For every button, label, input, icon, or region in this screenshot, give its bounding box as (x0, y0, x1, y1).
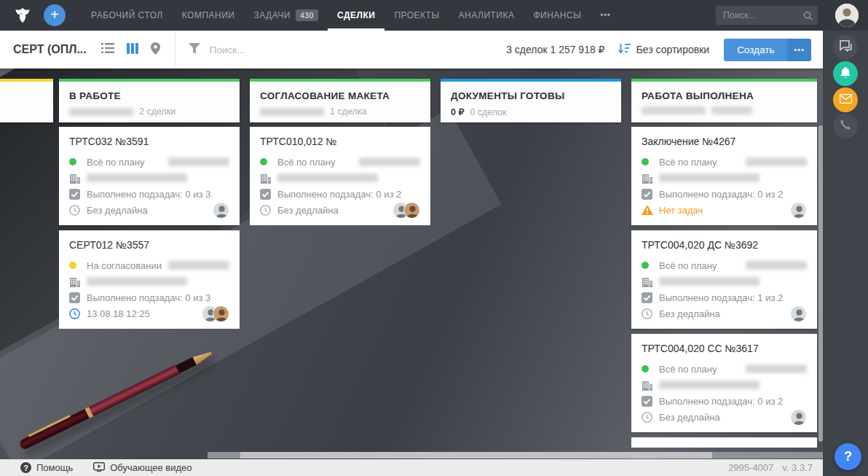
nav-item-рабочий-стол[interactable]: РАБОЧИЙ СТОЛ (82, 0, 173, 31)
deal-card[interactable]: ТРТС032 №3591Всё по плануВыполнено подза… (59, 127, 240, 225)
deal-deadline-row: Без дедлайна (69, 202, 229, 218)
deal-status-label: Всё по плану (659, 364, 717, 375)
nav-item--[interactable]: ••• (591, 0, 620, 31)
top-navbar: + РАБОЧИЙ СТОЛКОМПАНИИЗАДАЧИ430СДЕЛКИПРО… (0, 0, 868, 31)
horizontal-scrollbar-track[interactable] (208, 452, 823, 459)
deal-company-row (69, 170, 229, 186)
redacted-column-amount (69, 108, 133, 116)
list-view-icon[interactable] (101, 43, 114, 56)
assignee-avatars (790, 305, 807, 322)
subtasks-progress: Выполнено подзадач: 0 из 3 (87, 189, 210, 200)
subtasks-checkbox-icon (642, 292, 659, 303)
deal-card[interactable]: ТРТС010,012 №Всё по плануВыполнено подза… (250, 127, 430, 225)
quick-add-button[interactable]: + (44, 4, 66, 26)
nav-item-задачи[interactable]: ЗАДАЧИ430 (244, 0, 328, 31)
deal-status-row: Всё по плану (642, 257, 807, 273)
kanban-column-partial-left (0, 79, 53, 122)
deal-subtasks-row: Выполнено подзадач: 0 из 2 (642, 186, 807, 202)
sort-control[interactable]: Без сортировки (618, 43, 710, 57)
help-fab-button[interactable]: ? (835, 443, 861, 470)
deal-card[interactable]: ТРТС004,020 ДС №3692Всё по плануВыполнен… (631, 230, 817, 329)
deal-title: ТРТС004,020 ДС №3692 (642, 239, 807, 251)
kanban-column-docs-ready: ДОКУМЕНТЫ ГОТОВЫ0 ₽0 сделок (441, 79, 621, 122)
assignee-avatar (790, 202, 807, 219)
sort-label: Без сортировки (636, 44, 710, 55)
assignee-avatars (202, 305, 229, 322)
deal-card[interactable]: ТРТС010,012 №3366Всё по плану (631, 437, 817, 448)
column-header[interactable]: СОГЛАСОВАНИЕ МАКЕТА1 сделка (250, 79, 430, 122)
nav-item-финансы[interactable]: ФИНАНСЫ (524, 0, 591, 31)
deadline-label: Без дедлайна (659, 412, 720, 423)
nav-item-проекты[interactable]: ПРОЕКТЫ (384, 0, 449, 31)
kanban-column-work-done: РАБОТА ВЫПОЛНЕНАЗаключение №4267Всё по п… (631, 79, 817, 448)
deal-card[interactable]: Заключение №4267Всё по плануВыполнено по… (631, 127, 817, 225)
deadline-label: Без дедлайна (659, 308, 720, 319)
nav-item-сделки[interactable]: СДЕЛКИ (328, 0, 384, 31)
phone-rail-button[interactable] (833, 114, 858, 138)
deal-card[interactable]: СЕРТ012 №3557На согласованииВыполнено по… (59, 230, 240, 329)
chat-rail-button[interactable] (833, 35, 858, 60)
build-number: 2995-4007 (728, 462, 773, 473)
status-dot-icon (260, 158, 267, 165)
kanban-column-in-work: В РАБОТЕ2 сделкиТРТС032 №3591Всё по план… (59, 79, 240, 329)
main-menu: РАБОЧИЙ СТОЛКОМПАНИИЗАДАЧИ430СДЕЛКИПРОЕК… (82, 0, 620, 31)
status-dot-icon (69, 158, 76, 165)
user-avatar[interactable] (835, 4, 859, 27)
deal-deadline-row: 13.08.18 12:25 (69, 305, 229, 321)
create-more-button[interactable]: ••• (787, 39, 811, 61)
redacted-company-name (659, 381, 760, 389)
deal-title: ТРТС010,012 № (260, 136, 420, 147)
column-title: РАБОТА ВЫПОЛНЕНА (642, 90, 807, 101)
deal-company-row (69, 273, 229, 289)
nav-item-label: ПРОЕКТЫ (394, 10, 439, 20)
column-header[interactable]: ДОКУМЕНТЫ ГОТОВЫ0 ₽0 сделок (441, 79, 621, 122)
company-icon (642, 276, 659, 287)
column-subtitle: 2 сделки (69, 106, 229, 117)
status-dot-icon (642, 365, 649, 372)
deal-subtasks-row: Выполнено подзадач: 0 из 2 (642, 393, 807, 409)
nav-item-аналитика[interactable]: АНАЛИТИКА (449, 0, 524, 31)
assignee-avatar (213, 305, 229, 322)
column-header[interactable]: РАБОТА ВЫПОЛНЕНА (631, 79, 817, 122)
view-switcher (101, 42, 160, 58)
deal-title: ТРТС032 №3591 (69, 136, 229, 147)
bell-rail-button[interactable] (833, 61, 858, 86)
company-icon (69, 173, 87, 184)
redacted-company-name (87, 277, 187, 286)
deal-title: Заключение №4267 (642, 136, 807, 147)
deal-status-row: Всё по плану (642, 154, 807, 170)
app-logo-icon[interactable] (13, 6, 32, 25)
board-search-input[interactable] (210, 44, 384, 55)
nav-item-label: ФИНАНСЫ (533, 10, 581, 20)
tasks-count-badge: 430 (296, 9, 318, 21)
sort-icon (618, 43, 631, 57)
company-icon (69, 276, 87, 287)
map-view-icon[interactable] (151, 42, 160, 58)
company-icon (642, 173, 659, 184)
video-tutorial-icon (93, 462, 105, 474)
deadline-label: 13.08.18 12:25 (87, 308, 150, 319)
deal-subtasks-row: Выполнено подзадач: 0 из 3 (69, 289, 229, 305)
board-title[interactable]: СЕРТ (ОПЛ... (13, 43, 87, 56)
column-header[interactable]: В РАБОТЕ2 сделки (59, 79, 240, 122)
filter-funnel-icon[interactable] (189, 43, 200, 57)
global-search-input[interactable] (716, 6, 818, 25)
create-deal-button[interactable]: Создать (724, 39, 787, 61)
nav-item-label: КОМПАНИИ (182, 10, 235, 20)
kanban-view-icon[interactable] (127, 43, 138, 57)
deal-card[interactable]: ТРТС004,020 СС №3617Всё по плануВыполнен… (631, 334, 817, 432)
nav-item-компании[interactable]: КОМПАНИИ (173, 0, 245, 31)
deal-status-label: Всё по плану (87, 157, 144, 168)
column-card-list: ТРТС032 №3591Всё по плануВыполнено подза… (59, 127, 240, 329)
status-dot-icon (642, 262, 649, 269)
column-header[interactable] (0, 79, 53, 122)
deadline-clock-icon (69, 205, 87, 216)
footer-help-link[interactable]: ? Помощь (20, 462, 73, 473)
deal-status-label: Всё по плану (659, 260, 717, 271)
mail-rail-button[interactable] (833, 87, 858, 112)
footer-video-link[interactable]: Обучающее видео (93, 462, 192, 474)
horizontal-scrollbar-thumb[interactable] (240, 452, 712, 459)
column-deal-count: 2 сделки (139, 106, 175, 117)
column-subtitle: 1 сделка (260, 106, 420, 117)
assignee-avatars (790, 409, 807, 426)
